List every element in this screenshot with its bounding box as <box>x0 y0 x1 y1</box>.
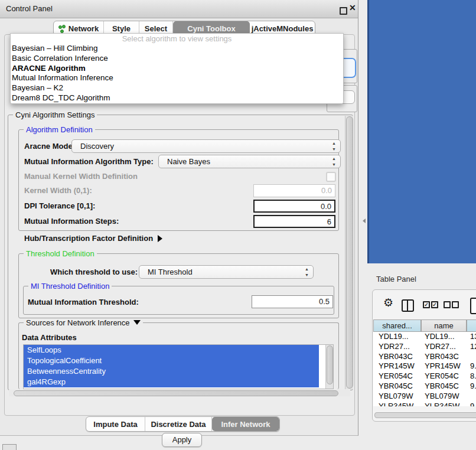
table-row[interactable]: YBL079WYBL079W <box>373 392 476 402</box>
algorithm-dropdown-list: Select algorithm to view settings Bayesi… <box>10 33 344 104</box>
dropdown-item[interactable]: Dream8 DC_TDC Algorithm <box>11 93 343 103</box>
network-icon <box>58 25 66 32</box>
attribute-list-item[interactable]: TopologicalCoefficient <box>24 356 319 366</box>
tab-impute-data[interactable]: Impute Data <box>86 417 145 431</box>
settings-vscrollbar[interactable] <box>345 116 353 389</box>
table-cell: 12 <box>470 342 476 352</box>
dropdown-item[interactable]: Basic Correlation Inference <box>11 54 343 64</box>
dropdown-item[interactable]: Bayesian – K2 <box>11 83 343 93</box>
control-panel-titlebar: Control Panel ✕ <box>0 0 358 18</box>
dropdown-item[interactable]: Bayesian – Hill Climbing <box>11 44 343 54</box>
table-cell: YLR345W <box>425 402 459 406</box>
table-cell: YBR045C <box>379 381 413 392</box>
checked-checkbox-icon[interactable]: ✓ <box>431 301 438 308</box>
data-attributes-label: Data Attributes <box>22 333 77 342</box>
stepper-arrows-icon: ▲▼ <box>305 266 309 278</box>
attribute-list-item[interactable]: BetweennessCentrality <box>24 366 319 377</box>
table-hscrollbar[interactable] <box>373 411 476 418</box>
kernel-width-field[interactable]: 0.0 <box>253 184 335 197</box>
unchecked-checkbox-icon[interactable] <box>452 301 459 308</box>
mi-threshold-field[interactable]: 0.5 <box>252 295 333 308</box>
table-cell: YER054C <box>425 371 459 381</box>
manual-kernel-label: Manual Kernel Width Definition <box>24 172 138 181</box>
table-row[interactable]: YDL19...YDL19...13 <box>373 332 476 342</box>
columns-icon[interactable] <box>402 299 414 312</box>
float-window-icon[interactable] <box>340 7 347 15</box>
close-icon[interactable]: ✕ <box>349 3 356 12</box>
table-cell: YDR27... <box>425 342 456 352</box>
settings-vscrollbar-thumb[interactable] <box>346 116 353 389</box>
table-row[interactable]: YBR045CYBR045C9. <box>373 381 476 392</box>
table-panel-title: Table Panel <box>376 275 416 283</box>
table-cell: 13 <box>470 332 476 342</box>
dpi-tolerance-field[interactable]: 0.0 <box>253 200 335 213</box>
table-cell: 9. <box>470 361 476 371</box>
table-panel: ⚙ ✓ ✓ shared... name YDL19...YDL19...13Y… <box>372 289 476 422</box>
bottom-tab-bar: Impute DataDiscretize DataInfer Network <box>86 416 280 432</box>
which-threshold-value: MI Threshold <box>148 268 193 276</box>
sources-group-title[interactable]: Sources for Network Inference <box>24 318 143 327</box>
table-row[interactable]: YDR27...YDR27...12 <box>373 342 476 352</box>
table-cell: YBR043C <box>425 352 459 362</box>
settings-hscrollbar-thumb[interactable] <box>14 390 338 396</box>
mi-threshold-label: Mutual Information Threshold: <box>28 298 139 306</box>
hub-definition-expander[interactable]: Hub/Transcription Factor Definition <box>24 234 162 243</box>
tab-infer-network[interactable]: Infer Network <box>212 417 279 431</box>
control-panel-window: Control Panel ✕ NetworkStyleSelectCyni T… <box>0 0 358 436</box>
table-cell: YER054C <box>379 371 413 381</box>
aracne-mode-combobox[interactable]: Discovery ▲▼ <box>71 139 341 153</box>
which-threshold-combobox[interactable]: MI Threshold ▲▼ <box>139 265 314 279</box>
dropdown-item[interactable]: ARACNE Algorithm <box>11 64 343 74</box>
stepper-arrows-icon: ▲▼ <box>332 141 336 152</box>
mi-type-value: Naive Bayes <box>167 157 210 166</box>
mi-steps-field[interactable]: 6 <box>253 215 335 228</box>
gear-icon[interactable]: ⚙ <box>383 297 393 308</box>
attribute-list-item[interactable]: gal4RGexp <box>24 377 319 387</box>
list-scrollbar-thumb[interactable] <box>327 345 333 384</box>
column-header-name[interactable]: name <box>421 319 467 332</box>
column-header-partial[interactable] <box>467 319 476 332</box>
expand-arrow-icon <box>158 235 162 242</box>
table-row[interactable]: YLR345WYLR345W9. <box>373 402 476 406</box>
tab-label: Impute Data <box>93 420 137 429</box>
aracne-mode-value: Discovery <box>80 142 114 151</box>
table-cell: 9. <box>470 402 476 406</box>
collapse-arrow-icon <box>133 320 141 325</box>
cyni-settings-group-title: Cyni Algorithm Settings <box>13 110 97 119</box>
table-cell: YBR043C <box>379 352 413 362</box>
hub-definition-label: Hub/Transcription Factor Definition <box>24 234 153 243</box>
table-row[interactable]: YER054CYER054C8. <box>373 371 476 381</box>
table-hscrollbar-thumb[interactable] <box>374 412 476 418</box>
table-cell: YBL079W <box>425 392 459 402</box>
tab-label: Discretize Data <box>151 420 206 429</box>
unchecked-checkbox-icon[interactable] <box>444 301 451 308</box>
table-row[interactable]: YBR043CYBR043C <box>373 352 476 362</box>
apply-button[interactable]: Apply <box>162 433 202 447</box>
manual-kernel-checkbox[interactable] <box>326 172 336 182</box>
table-cell: YDL19... <box>379 332 409 342</box>
window-title: Control Panel <box>6 4 53 13</box>
checked-checkbox-icon[interactable]: ✓ <box>423 301 430 308</box>
table-cell: YBR045C <box>425 381 459 392</box>
sources-title-text: Sources for Network Inference <box>26 318 130 327</box>
mi-type-combobox[interactable]: Naive Bayes ▲▼ <box>158 155 341 168</box>
column-header-shared[interactable]: shared... <box>373 319 421 332</box>
table-doc-icon[interactable] <box>470 298 476 314</box>
mi-threshold-group-title: MI Threshold Definition <box>28 282 112 291</box>
data-attributes-listbox[interactable]: SelfLoopsTopologicalCoefficientBetweenne… <box>23 344 334 389</box>
dropdown-item[interactable]: Mutual Information Inference <box>11 73 343 83</box>
table-row[interactable]: YPR145WYPR145W9. <box>373 361 476 371</box>
stepper-arrows-icon: ▲▼ <box>332 156 336 168</box>
list-scrollbar[interactable] <box>325 345 333 389</box>
attribute-list-item[interactable]: SelfLoops <box>24 345 319 356</box>
settings-hscrollbar[interactable] <box>9 390 350 396</box>
table-cell: YBL079W <box>379 392 413 402</box>
table-cell: YPR145W <box>425 361 461 371</box>
network-view-frame: GALGAL80GAL10GAL1GAL11SWI4GAL4GCY1HAP4YH… <box>367 0 476 263</box>
tab-label: Network <box>69 24 99 33</box>
aracne-mode-label: Aracne Mode: <box>24 142 75 151</box>
table-rows: YDL19...YDL19...13YDR27...YDR27...12YBR0… <box>373 332 476 406</box>
mi-type-label: Mutual Information Algorithm Type: <box>24 157 154 166</box>
tab-discretize-data[interactable]: Discretize Data <box>145 417 212 431</box>
splitter-collapse-icon[interactable] <box>363 219 366 223</box>
